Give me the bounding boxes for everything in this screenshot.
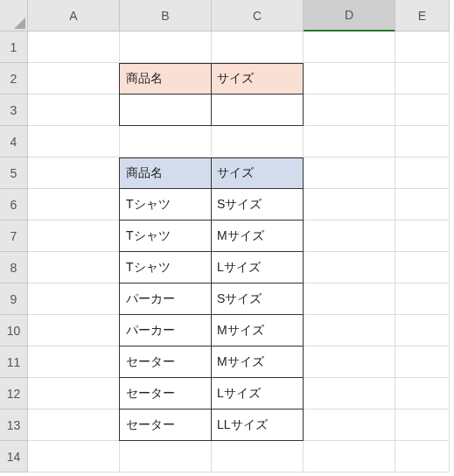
cell-D12[interactable]	[304, 378, 395, 410]
row-header-12[interactable]: 12	[0, 378, 28, 410]
cell-C3[interactable]	[212, 94, 304, 126]
cell-A14[interactable]	[28, 441, 120, 472]
cell-D1[interactable]	[304, 32, 395, 63]
cell-C8[interactable]: Lサイズ	[212, 252, 304, 284]
row-header-7[interactable]: 7	[0, 220, 28, 252]
row-header-9[interactable]: 9	[0, 284, 28, 315]
cell-D2[interactable]	[304, 63, 395, 94]
cell-A9[interactable]	[28, 284, 120, 315]
cell-E6[interactable]	[395, 189, 450, 220]
cell-B5[interactable]: 商品名	[119, 158, 212, 189]
cell-D6[interactable]	[304, 189, 395, 220]
row-header-1[interactable]: 1	[0, 32, 28, 63]
cell-E12[interactable]	[395, 378, 450, 410]
col-header-C[interactable]: C	[212, 0, 304, 32]
cell-A12[interactable]	[28, 378, 120, 410]
cell-B10[interactable]: パーカー	[119, 315, 212, 346]
cell-A3[interactable]	[28, 94, 120, 126]
col-header-D[interactable]: D	[304, 0, 395, 32]
cell-E3[interactable]	[395, 94, 450, 126]
row-header-10[interactable]: 10	[0, 315, 28, 346]
cell-D9[interactable]	[304, 284, 395, 315]
cell-D10[interactable]	[304, 315, 395, 346]
cell-D13[interactable]	[304, 410, 395, 441]
cell-E9[interactable]	[395, 284, 450, 315]
cell-C6[interactable]: Sサイズ	[212, 189, 304, 220]
cell-C10[interactable]: Mサイズ	[212, 315, 304, 346]
cell-C4[interactable]	[212, 126, 304, 158]
cell-E7[interactable]	[395, 220, 450, 252]
cell-B14[interactable]	[120, 441, 212, 472]
cell-E2[interactable]	[395, 63, 450, 94]
cell-B7[interactable]: Tシャツ	[119, 220, 212, 252]
cell-C12[interactable]: Lサイズ	[212, 378, 304, 410]
cell-C2[interactable]: サイズ	[212, 63, 304, 94]
cell-A11[interactable]	[28, 346, 120, 378]
row-header-3[interactable]: 3	[0, 94, 28, 126]
cell-D11[interactable]	[304, 346, 395, 378]
cell-A1[interactable]	[28, 32, 120, 63]
cell-A6[interactable]	[28, 189, 120, 220]
cell-C1[interactable]	[212, 32, 304, 63]
cell-E8[interactable]	[395, 252, 450, 284]
row-header-14[interactable]: 14	[0, 441, 28, 472]
cell-B4[interactable]	[120, 126, 212, 158]
cell-E1[interactable]	[395, 32, 450, 63]
cell-A8[interactable]	[28, 252, 120, 284]
row-header-5[interactable]: 5	[0, 158, 28, 189]
cell-C5[interactable]: サイズ	[212, 158, 304, 189]
cell-E13[interactable]	[395, 410, 450, 441]
cell-B12[interactable]: セーター	[119, 378, 212, 410]
cell-A4[interactable]	[28, 126, 120, 158]
row-header-4[interactable]: 4	[0, 126, 28, 158]
cell-C9[interactable]: Sサイズ	[212, 284, 304, 315]
cell-A2[interactable]	[28, 63, 120, 94]
cell-A7[interactable]	[28, 220, 120, 252]
cell-A5[interactable]	[28, 158, 120, 189]
cell-D14[interactable]	[304, 441, 395, 472]
select-all-corner[interactable]	[0, 0, 28, 32]
spreadsheet-grid[interactable]: A B C D E 1 2 商品名 サイズ 3 4 5 商品名 サイズ 6 Tシ…	[0, 0, 454, 472]
cell-E5[interactable]	[395, 158, 450, 189]
cell-A13[interactable]	[28, 410, 120, 441]
col-header-E[interactable]: E	[395, 0, 450, 32]
cell-B2[interactable]: 商品名	[119, 63, 212, 94]
cell-B1[interactable]	[120, 32, 212, 63]
cell-C11[interactable]: Mサイズ	[212, 346, 304, 378]
cell-D5[interactable]	[304, 158, 395, 189]
cell-D4[interactable]	[304, 126, 395, 158]
cell-E10[interactable]	[395, 315, 450, 346]
cell-B3[interactable]	[119, 94, 212, 126]
cell-B9[interactable]: パーカー	[119, 284, 212, 315]
cell-B8[interactable]: Tシャツ	[119, 252, 212, 284]
col-header-A[interactable]: A	[28, 0, 120, 32]
cell-E11[interactable]	[395, 346, 450, 378]
row-header-6[interactable]: 6	[0, 189, 28, 220]
cell-D7[interactable]	[304, 220, 395, 252]
cell-B6[interactable]: Tシャツ	[119, 189, 212, 220]
col-header-B[interactable]: B	[120, 0, 212, 32]
cell-D8[interactable]	[304, 252, 395, 284]
cell-D3[interactable]	[304, 94, 395, 126]
row-header-13[interactable]: 13	[0, 410, 28, 441]
cell-B13[interactable]: セーター	[119, 410, 212, 441]
cell-C7[interactable]: Mサイズ	[212, 220, 304, 252]
cell-A10[interactable]	[28, 315, 120, 346]
cell-E4[interactable]	[395, 126, 450, 158]
cell-E14[interactable]	[395, 441, 450, 472]
cell-C13[interactable]: LLサイズ	[212, 410, 304, 441]
row-header-8[interactable]: 8	[0, 252, 28, 284]
cell-C14[interactable]	[212, 441, 304, 472]
row-header-11[interactable]: 11	[0, 346, 28, 378]
row-header-2[interactable]: 2	[0, 63, 28, 94]
cell-B11[interactable]: セーター	[119, 346, 212, 378]
